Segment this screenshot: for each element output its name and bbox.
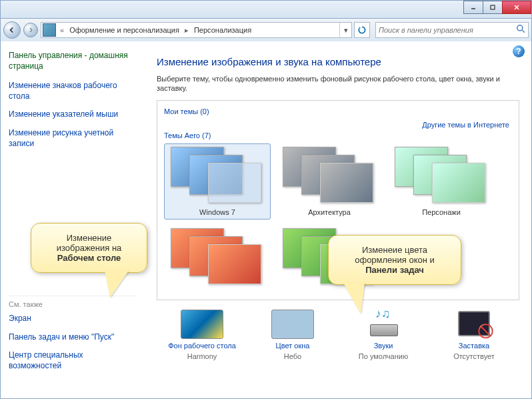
callout-text: Изменеие цвета оформления окон и bbox=[355, 245, 435, 265]
control-panel-home[interactable]: Панель управления - домашняя страница bbox=[9, 51, 137, 71]
callout-tail bbox=[105, 271, 129, 298]
breadcrumb[interactable]: « Оформление и персонализация ▸ Персонал… bbox=[41, 22, 352, 38]
seealso-taskbar[interactable]: Панель задач и меню "Пуск" bbox=[9, 332, 137, 343]
page-description: Выберите тему, чтобы одновременно измени… bbox=[157, 74, 519, 93]
group-aero-themes: Темы Aero (7) bbox=[164, 131, 512, 139]
sidebar-link-desktop-icons[interactable]: Изменение значков рабочего стола bbox=[9, 81, 137, 101]
breadcrumb-dropdown[interactable]: ▾ bbox=[339, 23, 351, 37]
help-icon[interactable]: ? bbox=[513, 45, 525, 57]
close-button[interactable] bbox=[502, 1, 531, 14]
desktop-background-value: Harmony bbox=[187, 352, 217, 360]
window-color-item[interactable]: Цвет окна Небо bbox=[253, 310, 333, 362]
desktop-background-link: Фон рабочего стола bbox=[162, 342, 242, 350]
navbar: « Оформление и персонализация ▸ Персонал… bbox=[0, 19, 532, 41]
screensaver-value: Отсутствует bbox=[453, 352, 495, 360]
main-panel: ? Изменение изображения и звука на компь… bbox=[145, 41, 531, 398]
group-my-themes: Мои темы (0) bbox=[164, 107, 512, 115]
minimize-button[interactable] bbox=[463, 1, 483, 14]
theme-characters[interactable]: Персонажи bbox=[388, 143, 495, 220]
sounds-value: По умолчанию bbox=[359, 352, 408, 360]
callout-bold: Панели задач bbox=[365, 265, 424, 275]
control-panel-icon bbox=[43, 23, 56, 37]
page-title: Изменение изображения и звука на компьют… bbox=[157, 56, 519, 67]
screensaver-item[interactable]: Заставка Отсутствует bbox=[434, 310, 514, 362]
sidebar: Панель управления - домашняя страница Из… bbox=[1, 41, 145, 398]
chevron-left-icon: « bbox=[57, 26, 67, 34]
desktop-background-icon bbox=[181, 310, 223, 339]
sidebar-link-mouse-pointers[interactable]: Изменение указателей мыши bbox=[9, 109, 137, 120]
sounds-icon bbox=[362, 310, 405, 339]
search-input[interactable] bbox=[379, 26, 516, 34]
screensaver-icon bbox=[453, 310, 495, 339]
breadcrumb-seg-1[interactable]: Оформление и персонализация bbox=[67, 26, 182, 34]
online-themes-link[interactable]: Другие темы в Интернете bbox=[422, 121, 509, 129]
window-color-value: Небо bbox=[284, 352, 301, 360]
callout-tail bbox=[343, 283, 365, 314]
theme-landscapes[interactable] bbox=[164, 225, 271, 293]
window-buttons bbox=[464, 1, 531, 14]
sounds-link: Звуки bbox=[343, 342, 423, 350]
seealso-display[interactable]: Экран bbox=[9, 314, 137, 324]
screensaver-link: Заставка bbox=[434, 342, 514, 350]
search-box[interactable] bbox=[375, 22, 529, 38]
sidebar-link-account-picture[interactable]: Изменение рисунка учетной записи bbox=[9, 128, 137, 149]
forward-button[interactable] bbox=[23, 23, 38, 37]
svg-rect-1 bbox=[491, 5, 495, 9]
theme-label: Архитектура bbox=[308, 208, 351, 216]
window-body: Панель управления - домашняя страница Из… bbox=[0, 41, 532, 399]
see-also-label: См. также bbox=[9, 296, 137, 308]
breadcrumb-seg-2[interactable]: Персонализация bbox=[191, 26, 254, 34]
bottom-settings-row: Фон рабочего стола Harmony Цвет окна Неб… bbox=[157, 310, 519, 362]
svg-point-4 bbox=[517, 25, 523, 31]
desktop-background-item[interactable]: Фон рабочего стола Harmony bbox=[162, 310, 242, 362]
callout-bold: Рабочем столе bbox=[57, 253, 121, 263]
window-color-link: Цвет окна bbox=[253, 342, 333, 350]
svg-line-5 bbox=[522, 30, 525, 33]
theme-windows7[interactable]: Windows 7 bbox=[164, 143, 271, 220]
search-icon[interactable] bbox=[516, 24, 525, 36]
titlebar bbox=[0, 0, 532, 19]
sounds-item[interactable]: Звуки По умолчанию bbox=[343, 310, 423, 362]
window-color-icon bbox=[271, 310, 314, 339]
callout-window-color: Изменеие цвета оформления окон и Панели … bbox=[328, 235, 461, 285]
seealso-ease-of-access[interactable]: Центр специальных возможностей bbox=[9, 350, 137, 371]
chevron-right-icon: ▸ bbox=[182, 26, 191, 35]
maximize-button[interactable] bbox=[483, 1, 503, 14]
theme-architecture[interactable]: Архитектура bbox=[276, 143, 383, 220]
callout-desktop-background: Изменение изображения на Рабочем столе bbox=[31, 223, 147, 273]
back-button[interactable] bbox=[3, 21, 21, 39]
theme-label: Персонажи bbox=[422, 208, 461, 216]
theme-label: Windows 7 bbox=[199, 208, 235, 216]
callout-text: Изменение изображения на bbox=[57, 233, 122, 253]
refresh-button[interactable] bbox=[354, 22, 370, 38]
